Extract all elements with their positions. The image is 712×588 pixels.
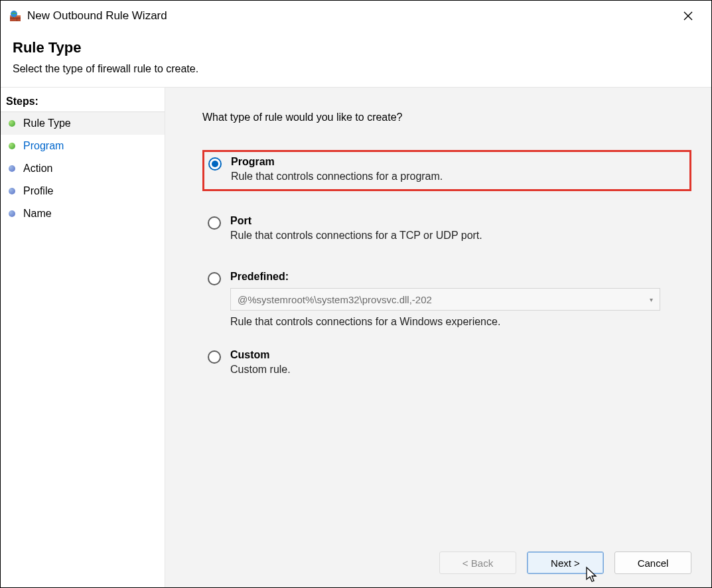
option-desc: Rule that controls connections for a pro… — [231, 171, 684, 183]
predefined-combo[interactable]: @%systemroot%\system32\provsvc.dll,-202 … — [230, 288, 660, 311]
close-button[interactable] — [673, 1, 703, 31]
wizard-window: New Outbound Rule Wizard Rule Type Selec… — [0, 0, 712, 588]
step-rule-type[interactable]: Rule Type — [1, 112, 165, 135]
step-label: Rule Type — [23, 117, 71, 129]
radio-predefined[interactable] — [208, 272, 221, 285]
next-button[interactable]: Next > — [527, 551, 604, 574]
step-label: Action — [23, 163, 52, 175]
firewall-icon — [9, 9, 22, 23]
wizard-main: What type of rule would you like to crea… — [165, 88, 711, 587]
titlebar: New Outbound Rule Wizard — [1, 1, 711, 31]
radio-custom[interactable] — [208, 350, 221, 364]
option-custom[interactable]: Custom Custom rule. — [202, 344, 691, 384]
option-body: Program Rule that controls connections f… — [231, 156, 684, 183]
step-name[interactable]: Name — [1, 202, 165, 225]
option-body: Port Rule that controls connections for … — [230, 215, 685, 242]
step-program[interactable]: Program — [1, 135, 165, 157]
wizard-header: Rule Type Select the type of firewall ru… — [1, 31, 711, 87]
step-bullet-icon — [9, 143, 15, 149]
option-title: Port — [230, 215, 685, 227]
radio-port[interactable] — [208, 216, 221, 230]
rule-type-options: Program Rule that controls connections f… — [202, 150, 691, 384]
step-label: Program — [23, 140, 64, 152]
back-button: < Back — [439, 551, 516, 574]
step-bullet-icon — [9, 120, 15, 127]
step-action[interactable]: Action — [1, 157, 165, 180]
option-port[interactable]: Port Rule that controls connections for … — [202, 210, 691, 250]
step-label: Name — [23, 208, 52, 220]
combo-value: @%systemroot%\system32\provsvc.dll,-202 — [238, 294, 432, 305]
page-subtitle: Select the type of firewall rule to crea… — [13, 63, 699, 75]
step-label: Profile — [23, 185, 53, 197]
step-bullet-icon — [9, 165, 15, 172]
window-title: New Outbound Rule Wizard — [27, 9, 673, 23]
option-body: Custom Custom rule. — [230, 349, 685, 376]
steps-heading: Steps: — [1, 92, 165, 112]
cancel-button[interactable]: Cancel — [614, 551, 691, 574]
option-body: Predefined: @%systemroot%\system32\provs… — [230, 271, 685, 328]
page-title: Rule Type — [13, 39, 699, 56]
option-desc: Custom rule. — [230, 364, 685, 376]
step-bullet-icon — [9, 188, 15, 194]
option-predefined[interactable]: Predefined: @%systemroot%\system32\provs… — [202, 265, 691, 328]
option-desc: Rule that controls connections for a Win… — [230, 316, 685, 328]
radio-program[interactable] — [208, 157, 222, 171]
svg-rect-4 — [17, 18, 17, 21]
svg-rect-2 — [10, 18, 21, 19]
step-bullet-icon — [9, 210, 15, 217]
option-title: Custom — [230, 349, 685, 361]
question-text: What type of rule would you like to crea… — [202, 111, 691, 123]
chevron-down-icon: ▾ — [650, 296, 653, 303]
steps-sidebar: Steps: Rule Type Program Action Profile … — [1, 88, 165, 587]
wizard-footer: < Back Next > Cancel — [439, 551, 691, 574]
close-icon — [683, 11, 693, 21]
option-title: Program — [231, 156, 684, 168]
option-desc: Rule that controls connections for a TCP… — [230, 230, 685, 242]
option-title: Predefined: — [230, 271, 685, 283]
wizard-body: Steps: Rule Type Program Action Profile … — [1, 88, 711, 587]
option-program[interactable]: Program Rule that controls connections f… — [202, 150, 691, 191]
step-profile[interactable]: Profile — [1, 180, 165, 202]
